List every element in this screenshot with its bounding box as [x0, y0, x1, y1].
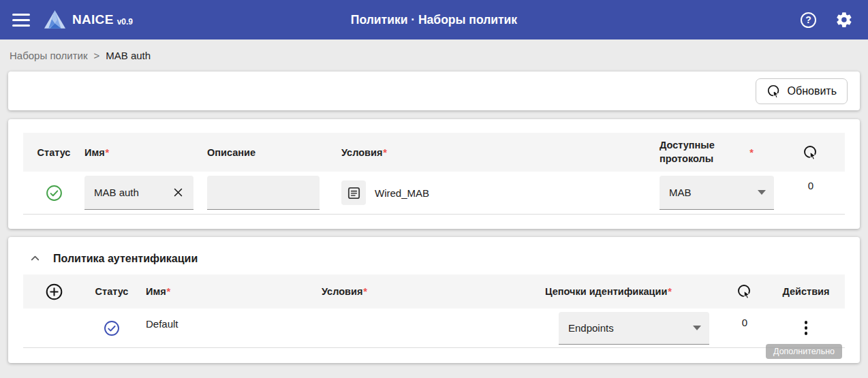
brand-version: v0.9 [117, 17, 133, 27]
refresh-button-label: Обновить [788, 85, 837, 97]
required-marker: * [167, 286, 171, 297]
policy-set-description-field[interactable] [207, 176, 320, 210]
required-marker: * [749, 147, 754, 158]
policy-set-name-field[interactable] [84, 176, 193, 210]
menu-icon[interactable] [12, 14, 30, 27]
column-header-identity-chains: Цепочки идентификации* [545, 274, 722, 309]
protocols-select-value: MAB [669, 187, 692, 198]
condition-value: Wired_MAB [375, 187, 429, 199]
status-ok-icon [23, 172, 84, 215]
naice-logo-icon [44, 10, 66, 30]
more-tooltip: Дополнительно [766, 344, 842, 359]
hit-counter-icon [766, 84, 781, 99]
identity-chain-select[interactable]: Endpoints [559, 312, 709, 345]
required-marker: * [383, 147, 387, 158]
rule-actions-cell [767, 309, 845, 348]
required-marker: * [668, 286, 672, 297]
column-header-description: Описание [207, 133, 333, 172]
column-header-hits [777, 133, 845, 172]
column-header-status: Статус [84, 274, 139, 309]
column-header-name: Имя* [84, 133, 207, 172]
status-ok-icon [84, 309, 139, 348]
more-actions-kebab-icon[interactable] [801, 317, 812, 339]
hit-counter-icon [803, 144, 819, 161]
add-circle-icon[interactable] [45, 283, 63, 301]
rule-conditions-cell [313, 309, 545, 348]
breadcrumb: Наборы политик > MAB auth [0, 40, 868, 72]
policy-set-table: Статус Имя* Описание Условия* Доступные … [23, 133, 845, 215]
auth-policy-table: Статус Имя* Условия* Цепочки идентификац… [23, 274, 845, 348]
identity-chain-select-value: Endpoints [568, 322, 614, 334]
column-header-hits [722, 274, 767, 309]
required-marker: * [106, 147, 110, 158]
identity-chain-cell: Endpoints [545, 309, 722, 348]
column-header-conditions: Условия* [333, 133, 647, 172]
breadcrumb-separator: > [93, 50, 99, 61]
breadcrumb-current: MAB auth [106, 50, 151, 61]
column-header-status: Статус [23, 133, 84, 172]
column-header-protocols: Доступные протоколы* [647, 133, 777, 172]
column-header-name: Имя* [139, 274, 313, 309]
conditions-cell: Wired_MAB [333, 172, 647, 215]
description-cell [207, 172, 333, 215]
help-icon[interactable]: ? [801, 12, 816, 28]
refresh-button[interactable]: Обновить [756, 78, 848, 104]
policy-set-card: Статус Имя* Описание Условия* Доступные … [8, 119, 860, 229]
chevron-down-icon [693, 326, 701, 330]
policy-set-description-input[interactable] [217, 187, 311, 198]
collapse-chevron-up-icon[interactable] [29, 252, 42, 265]
column-header-actions: Действия [767, 274, 845, 309]
required-marker: * [363, 286, 367, 297]
add-rule-spacer [23, 309, 84, 348]
breadcrumb-root[interactable]: Наборы политик [10, 50, 87, 61]
hits-value: 0 [742, 317, 747, 328]
hit-counter-icon [737, 283, 753, 300]
protocols-cell: MAB [647, 172, 777, 215]
protocols-select[interactable]: MAB [660, 176, 774, 210]
app-bar: NAICE v0.9 Политики · Наборы политик ? [0, 0, 868, 40]
clear-name-icon[interactable] [171, 185, 185, 200]
settings-gear-icon[interactable] [835, 11, 853, 29]
toolbar-card: Обновить [8, 72, 860, 110]
section-title: Политика аутентификации [53, 253, 198, 265]
rule-name-cell: Default [139, 309, 313, 348]
hits-value: 0 [808, 180, 813, 191]
chevron-down-icon [758, 190, 766, 195]
column-header-conditions: Условия* [313, 274, 545, 309]
add-rule-cell [23, 274, 84, 309]
condition-list-icon[interactable] [341, 180, 366, 205]
brand-name: NAICE [72, 12, 114, 27]
name-cell [84, 172, 207, 215]
policy-set-name-input[interactable] [94, 187, 171, 198]
auth-policy-card: Политика аутентификации Статус Имя* Усло… [8, 237, 860, 363]
rule-hits-cell: 0 [722, 309, 767, 348]
rule-name-value: Default [146, 318, 179, 330]
hits-cell: 0 [777, 172, 845, 215]
